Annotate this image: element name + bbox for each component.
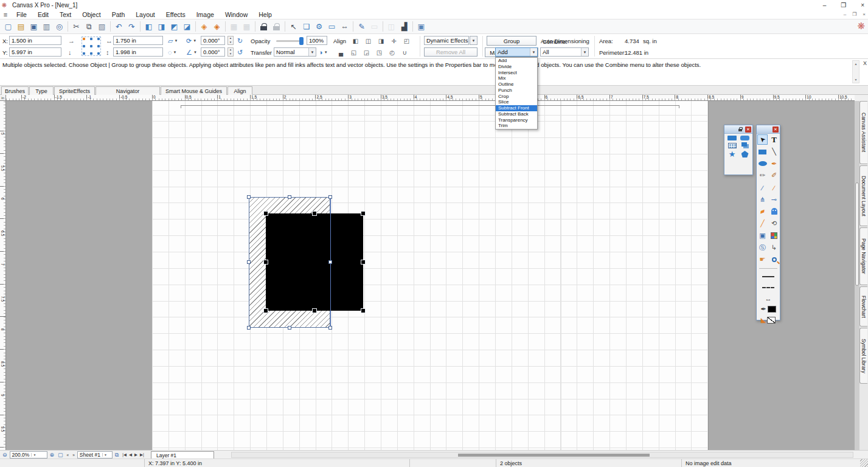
polygon-shape-icon[interactable]: [741, 151, 749, 157]
info-scrollbar[interactable]: ▲ ▼: [852, 60, 859, 83]
lasso-tool-icon[interactable]: ⟲: [769, 218, 779, 229]
rotate-cw-icon[interactable]: ↻: [237, 36, 243, 46]
combine-option-transparency[interactable]: Transparency: [496, 117, 537, 123]
auto-dimensioning-combo[interactable]: All▼: [540, 47, 589, 57]
opacity-slider[interactable]: [274, 36, 304, 46]
bring-to-front-icon[interactable]: ◩: [168, 21, 181, 33]
side-tab-canvas-assistant[interactable]: Canvas Assistant: [859, 101, 867, 164]
pen-tool-icon[interactable]: ✒: [769, 159, 779, 169]
mdi-window-controls[interactable]: –❐×: [844, 12, 866, 17]
copy-icon[interactable]: ⧉: [83, 21, 95, 33]
selection-handle[interactable]: [361, 260, 365, 264]
width-input[interactable]: 1.750 in: [113, 36, 163, 45]
palette-tab-smart-mouse-guides[interactable]: Smart Mouse & Guides: [161, 86, 227, 95]
duplicate-page-icon[interactable]: ⧉: [114, 452, 120, 458]
vertical-scrollbar-thumb[interactable]: [855, 182, 859, 286]
close-icon[interactable]: ✕: [745, 126, 751, 133]
selection-handle[interactable]: [264, 212, 268, 215]
restore-button[interactable]: ❐: [841, 2, 846, 9]
sprite-effects-icon[interactable]: ⚙: [313, 21, 325, 33]
bring-forward-icon[interactable]: ◈: [198, 21, 210, 33]
menu-help[interactable]: Help: [253, 11, 277, 18]
info-close-button[interactable]: X: [863, 60, 867, 66]
zoom-level-combo[interactable]: 200.0%▼: [10, 451, 47, 458]
anchor-dot[interactable]: [83, 38, 85, 40]
palette-tab-type[interactable]: Type: [29, 86, 54, 95]
selection-tool-icon[interactable]: ➤: [757, 134, 768, 145]
anchor-dot[interactable]: [83, 52, 85, 55]
stacked-copies-shape-icon[interactable]: [741, 142, 749, 148]
sprite-tool-icon[interactable]: Ⓢ: [757, 243, 768, 253]
toolbox-titlebar[interactable]: ✕: [757, 125, 780, 134]
close-icon[interactable]: ✕: [773, 126, 779, 133]
presentation-icon[interactable]: ▭: [368, 21, 381, 33]
text-tool-icon[interactable]: T: [769, 134, 779, 145]
new-view-icon[interactable]: ❏: [300, 21, 313, 33]
combine-option-punch[interactable]: Punch: [496, 88, 537, 94]
palette-tab-brushes[interactable]: Brushes: [1, 86, 29, 95]
space-left-icon[interactable]: ◱: [347, 48, 360, 57]
selection-handle[interactable]: [328, 195, 332, 199]
smart-mouse-icon[interactable]: ↖: [287, 21, 300, 33]
combine-option-intersect[interactable]: Intersect: [496, 70, 537, 76]
connector-tool-icon[interactable]: ⊸: [769, 195, 779, 205]
combine-option-subtract-back[interactable]: Subtract Back: [496, 111, 537, 117]
blend-icon[interactable]: ◑: [319, 49, 323, 56]
sheet-combo[interactable]: Sheet #1▼: [77, 451, 113, 458]
rectangle-tool-icon[interactable]: [757, 147, 768, 157]
palette-tab-navigator[interactable]: Navigator: [95, 86, 160, 95]
dynamic-effects-combo[interactable]: Dynamic Effects: [424, 36, 469, 45]
image-tool-icon[interactable]: ▣: [757, 230, 768, 241]
grid-arrange-icon[interactable]: ▦: [240, 21, 253, 33]
skew-input[interactable]: 0.000°: [201, 47, 225, 57]
marquee-tool-icon[interactable]: ✏: [757, 170, 768, 181]
fill-ink[interactable]: ◣: [757, 315, 780, 326]
document-page[interactable]: [152, 101, 709, 450]
space-right-icon[interactable]: ◳: [373, 48, 386, 57]
skew-spinner[interactable]: ▲▼: [227, 47, 234, 57]
eyedropper-tool-icon[interactable]: ∕: [757, 182, 768, 193]
align-right-icon[interactable]: ◨: [375, 36, 387, 46]
rotate-icon[interactable]: ⟳: [186, 37, 192, 45]
anchor-proxy-selector[interactable]: [82, 36, 101, 56]
x-input[interactable]: 1.500 in: [9, 36, 61, 45]
nav-nextfirst[interactable]: ▶|: [139, 452, 145, 457]
zoom-tool-icon[interactable]: [769, 254, 779, 265]
reference-options-icon[interactable]: ◌: [168, 49, 172, 56]
horizontal-scrollbar-thumb[interactable]: [458, 454, 650, 457]
combine-option-trim[interactable]: Trim: [496, 123, 537, 129]
menu-edit[interactable]: Edit: [32, 11, 54, 18]
combine-option-crop[interactable]: Crop: [496, 94, 537, 100]
dimensioning-tool-icon[interactable]: ⋔: [757, 195, 768, 205]
side-tab-page-navigator[interactable]: Page Navigator: [859, 227, 867, 285]
anchor-dot[interactable]: [90, 52, 92, 55]
selection-handle[interactable]: [313, 212, 316, 215]
arrowhead-style[interactable]: ↔: [757, 293, 780, 304]
palette-tab-align[interactable]: Align: [227, 86, 252, 95]
anchor-dot[interactable]: [83, 45, 85, 47]
print-preview-icon[interactable]: ◎: [53, 21, 66, 33]
vertical-scrollbar[interactable]: [855, 101, 859, 450]
combine-option-mix[interactable]: Mix: [496, 75, 537, 81]
ellipse-tool-icon[interactable]: [757, 159, 768, 169]
distribute-h-icon[interactable]: ◰: [400, 36, 413, 46]
combine-option-outline[interactable]: Outline: [496, 81, 537, 88]
selection-handle[interactable]: [328, 260, 332, 264]
screen-options-icon[interactable]: ▭: [325, 21, 338, 33]
new-document-icon[interactable]: ▢: [2, 21, 15, 33]
hand-tool-icon[interactable]: ☛: [757, 254, 768, 265]
horizontal-ruler[interactable]: -2-1.5-1-0.500.511.522.533.544.555.566.5…: [6, 95, 855, 101]
pen-ink[interactable]: ✒: [757, 304, 780, 315]
menu-object[interactable]: Object: [77, 11, 106, 18]
anchor-dot[interactable]: [97, 45, 100, 47]
highlighter-tool-icon[interactable]: ▰: [757, 206, 768, 216]
next-sheet-icon[interactable]: »: [71, 453, 76, 457]
selection-handle[interactable]: [361, 212, 365, 215]
combine-option-slice[interactable]: Slice: [496, 99, 537, 105]
align-bottom-icon[interactable]: ▄: [335, 48, 347, 57]
group-icon[interactable]: ◧: [142, 21, 155, 33]
fit-to-window-icon[interactable]: ⇔: [338, 21, 351, 33]
save-icon[interactable]: ▣: [27, 21, 40, 33]
data-view-icon[interactable]: ◫: [385, 21, 398, 33]
menu-layout[interactable]: Layout: [130, 11, 161, 18]
